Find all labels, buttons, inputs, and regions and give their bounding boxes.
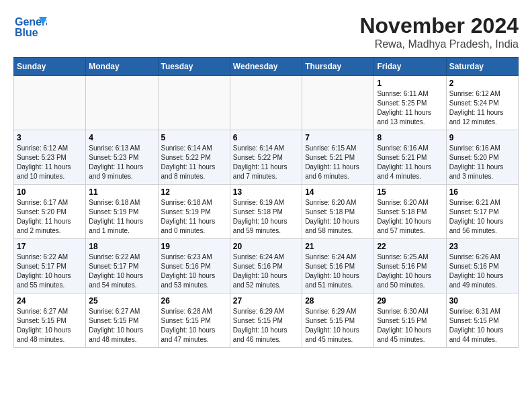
calendar-cell: 15Sunrise: 6:20 AMSunset: 5:18 PMDayligh… xyxy=(374,185,446,239)
svg-text:Blue: Blue xyxy=(15,27,38,38)
day-number: 2 xyxy=(449,79,515,88)
day-number: 16 xyxy=(449,187,515,197)
day-header-friday: Friday xyxy=(374,58,446,76)
calendar-cell: 26Sunrise: 6:28 AMSunset: 5:15 PMDayligh… xyxy=(158,293,230,348)
calendar-cell: 30Sunrise: 6:31 AMSunset: 5:15 PMDayligh… xyxy=(446,293,518,348)
day-info: Sunrise: 6:30 AMSunset: 5:15 PMDaylight:… xyxy=(377,307,443,345)
day-number: 26 xyxy=(161,296,227,306)
day-number: 1 xyxy=(377,79,443,88)
day-info: Sunrise: 6:26 AMSunset: 5:16 PMDaylight:… xyxy=(449,253,515,290)
calendar-cell: 24Sunrise: 6:27 AMSunset: 5:15 PMDayligh… xyxy=(14,293,86,348)
calendar-cell: 12Sunrise: 6:18 AMSunset: 5:19 PMDayligh… xyxy=(158,185,230,239)
calendar-cell: 21Sunrise: 6:24 AMSunset: 5:16 PMDayligh… xyxy=(302,239,374,293)
title-area: November 2024 Rewa, Madhya Pradesh, Indi… xyxy=(359,13,519,50)
calendar-week-3: 10Sunrise: 6:17 AMSunset: 5:20 PMDayligh… xyxy=(14,185,519,239)
calendar-cell: 19Sunrise: 6:23 AMSunset: 5:16 PMDayligh… xyxy=(158,239,230,293)
calendar-cell xyxy=(230,76,302,130)
calendar-week-1: 1Sunrise: 6:11 AMSunset: 5:25 PMDaylight… xyxy=(14,76,519,130)
day-info: Sunrise: 6:23 AMSunset: 5:16 PMDaylight:… xyxy=(161,253,227,290)
calendar-cell: 14Sunrise: 6:20 AMSunset: 5:18 PMDayligh… xyxy=(302,185,374,239)
day-info: Sunrise: 6:18 AMSunset: 5:19 PMDaylight:… xyxy=(161,198,227,236)
day-number: 3 xyxy=(17,133,83,142)
day-number: 14 xyxy=(305,187,371,197)
calendar-week-5: 24Sunrise: 6:27 AMSunset: 5:15 PMDayligh… xyxy=(14,293,519,348)
day-number: 19 xyxy=(161,242,227,251)
calendar-cell: 1Sunrise: 6:11 AMSunset: 5:25 PMDaylight… xyxy=(374,76,446,130)
calendar-cell: 22Sunrise: 6:25 AMSunset: 5:16 PMDayligh… xyxy=(374,239,446,293)
day-info: Sunrise: 6:29 AMSunset: 5:15 PMDaylight:… xyxy=(233,307,299,345)
day-number: 20 xyxy=(233,242,299,251)
day-header-thursday: Thursday xyxy=(302,58,374,76)
day-header-wednesday: Wednesday xyxy=(230,58,302,76)
day-number: 5 xyxy=(161,133,227,142)
day-number: 21 xyxy=(305,242,371,251)
calendar-cell: 13Sunrise: 6:19 AMSunset: 5:18 PMDayligh… xyxy=(230,185,302,239)
calendar-cell: 2Sunrise: 6:12 AMSunset: 5:24 PMDaylight… xyxy=(446,76,518,130)
day-info: Sunrise: 6:29 AMSunset: 5:15 PMDaylight:… xyxy=(305,307,371,345)
calendar-cell xyxy=(158,76,230,130)
day-info: Sunrise: 6:24 AMSunset: 5:16 PMDaylight:… xyxy=(233,253,299,290)
day-number: 24 xyxy=(17,296,83,306)
day-info: Sunrise: 6:28 AMSunset: 5:15 PMDaylight:… xyxy=(161,307,227,345)
calendar-cell: 5Sunrise: 6:14 AMSunset: 5:22 PMDaylight… xyxy=(158,130,230,185)
day-info: Sunrise: 6:20 AMSunset: 5:18 PMDaylight:… xyxy=(377,198,443,236)
day-info: Sunrise: 6:13 AMSunset: 5:23 PMDaylight:… xyxy=(89,144,154,181)
calendar-header-row: SundayMondayTuesdayWednesdayThursdayFrid… xyxy=(14,58,519,76)
day-number: 7 xyxy=(305,133,371,142)
location: Rewa, Madhya Pradesh, India xyxy=(359,38,519,50)
day-info: Sunrise: 6:21 AMSunset: 5:17 PMDaylight:… xyxy=(449,198,515,236)
header: General Blue November 2024 Rewa, Madhya … xyxy=(13,13,519,50)
day-info: Sunrise: 6:27 AMSunset: 5:15 PMDaylight:… xyxy=(89,307,154,345)
day-info: Sunrise: 6:19 AMSunset: 5:18 PMDaylight:… xyxy=(233,198,299,236)
day-number: 29 xyxy=(377,296,443,306)
day-number: 13 xyxy=(233,187,299,197)
day-number: 8 xyxy=(377,133,443,142)
day-header-monday: Monday xyxy=(86,58,158,76)
day-info: Sunrise: 6:31 AMSunset: 5:15 PMDaylight:… xyxy=(449,307,515,345)
calendar-cell xyxy=(86,76,158,130)
calendar-week-4: 17Sunrise: 6:22 AMSunset: 5:17 PMDayligh… xyxy=(14,239,519,293)
day-info: Sunrise: 6:24 AMSunset: 5:16 PMDaylight:… xyxy=(305,253,371,290)
calendar-cell: 3Sunrise: 6:12 AMSunset: 5:23 PMDaylight… xyxy=(14,130,86,185)
calendar-cell xyxy=(14,76,86,130)
day-info: Sunrise: 6:17 AMSunset: 5:20 PMDaylight:… xyxy=(17,198,83,236)
day-number: 10 xyxy=(17,187,83,197)
day-info: Sunrise: 6:15 AMSunset: 5:21 PMDaylight:… xyxy=(305,144,371,181)
day-number: 15 xyxy=(377,187,443,197)
day-info: Sunrise: 6:14 AMSunset: 5:22 PMDaylight:… xyxy=(233,144,299,181)
calendar-cell: 8Sunrise: 6:16 AMSunset: 5:21 PMDaylight… xyxy=(374,130,446,185)
day-number: 6 xyxy=(233,133,299,142)
logo: General Blue xyxy=(13,13,50,40)
calendar-cell: 4Sunrise: 6:13 AMSunset: 5:23 PMDaylight… xyxy=(86,130,158,185)
day-info: Sunrise: 6:20 AMSunset: 5:18 PMDaylight:… xyxy=(305,198,371,236)
month-title: November 2024 xyxy=(359,13,519,38)
calendar-cell: 18Sunrise: 6:22 AMSunset: 5:17 PMDayligh… xyxy=(86,239,158,293)
logo-icon: General Blue xyxy=(13,13,47,40)
day-info: Sunrise: 6:27 AMSunset: 5:15 PMDaylight:… xyxy=(17,307,83,345)
calendar-cell: 29Sunrise: 6:30 AMSunset: 5:15 PMDayligh… xyxy=(374,293,446,348)
day-number: 30 xyxy=(449,296,515,306)
calendar-cell: 11Sunrise: 6:18 AMSunset: 5:19 PMDayligh… xyxy=(86,185,158,239)
day-info: Sunrise: 6:11 AMSunset: 5:25 PMDaylight:… xyxy=(377,89,443,127)
day-number: 27 xyxy=(233,296,299,306)
day-header-saturday: Saturday xyxy=(446,58,518,76)
day-number: 22 xyxy=(377,242,443,251)
day-number: 12 xyxy=(161,187,227,197)
calendar-cell: 6Sunrise: 6:14 AMSunset: 5:22 PMDaylight… xyxy=(230,130,302,185)
day-info: Sunrise: 6:16 AMSunset: 5:21 PMDaylight:… xyxy=(377,144,443,181)
day-number: 17 xyxy=(17,242,83,251)
day-number: 11 xyxy=(89,187,154,197)
day-number: 18 xyxy=(89,242,154,251)
calendar-cell: 28Sunrise: 6:29 AMSunset: 5:15 PMDayligh… xyxy=(302,293,374,348)
calendar-cell: 25Sunrise: 6:27 AMSunset: 5:15 PMDayligh… xyxy=(86,293,158,348)
calendar-week-2: 3Sunrise: 6:12 AMSunset: 5:23 PMDaylight… xyxy=(14,130,519,185)
day-number: 25 xyxy=(89,296,154,306)
calendar-cell xyxy=(302,76,374,130)
day-info: Sunrise: 6:16 AMSunset: 5:20 PMDaylight:… xyxy=(449,144,515,181)
day-header-sunday: Sunday xyxy=(14,58,86,76)
day-info: Sunrise: 6:12 AMSunset: 5:24 PMDaylight:… xyxy=(449,89,515,127)
day-header-tuesday: Tuesday xyxy=(158,58,230,76)
calendar-cell: 27Sunrise: 6:29 AMSunset: 5:15 PMDayligh… xyxy=(230,293,302,348)
day-info: Sunrise: 6:22 AMSunset: 5:17 PMDaylight:… xyxy=(89,253,154,290)
calendar-cell: 10Sunrise: 6:17 AMSunset: 5:20 PMDayligh… xyxy=(14,185,86,239)
